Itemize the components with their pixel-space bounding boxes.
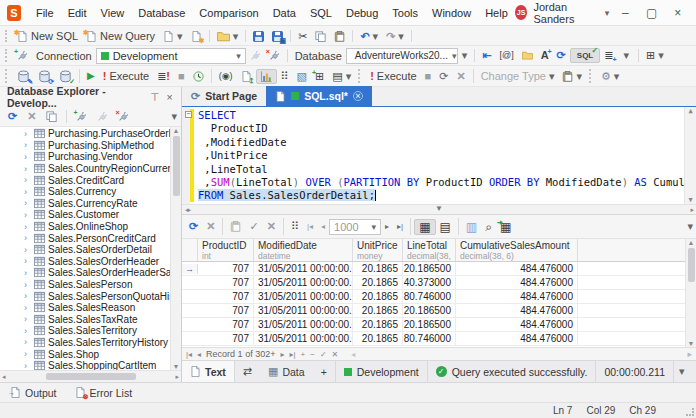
tree-item-sales.creditcard[interactable]: ›Sales.CreditCard	[0, 174, 181, 186]
cell-linetotal[interactable]: 80.746000	[403, 290, 456, 303]
tree-item-sales.shoppingcartitem[interactable]: ›Sales.ShoppingCartItem	[0, 360, 181, 370]
cell-linetotal[interactable]: 20.186500	[403, 304, 456, 317]
code-line[interactable]: ProductID	[198, 122, 682, 135]
toolbar-grip[interactable]	[589, 69, 594, 83]
tree-item-purchasing.purchaseorderh[interactable]: ›Purchasing.PurchaseOrderH	[0, 128, 181, 140]
card-view-button[interactable]: ▤	[436, 220, 455, 234]
execute-button[interactable]: !Execute	[99, 69, 153, 83]
cell-cumulativesalesamount[interactable]: 484.476000	[456, 290, 578, 303]
expand-icon[interactable]: ›	[24, 233, 31, 243]
tree-item-sales.personcreditcard[interactable]: ›Sales.PersonCreditCard	[0, 232, 181, 244]
notes-button[interactable]: ▾	[558, 70, 586, 83]
close-tab-icon[interactable]: ×	[353, 91, 363, 101]
parameters-button[interactable]: [@]	[496, 50, 518, 61]
tree-item-sales.salesorderheadersale[interactable]: ›Sales.SalesOrderHeaderSale	[0, 267, 181, 279]
toolbar-overflow-caret-icon[interactable]: ▾	[623, 50, 629, 61]
toolbar-grip[interactable]	[5, 69, 10, 83]
maximize-button[interactable]: ▢	[642, 6, 662, 20]
cell-unitprice[interactable]: 20.1865	[353, 318, 403, 331]
column-header-productid[interactable]: ProductIDint	[198, 239, 254, 261]
explorer-duplicate-button[interactable]	[42, 110, 61, 123]
menu-edit[interactable]: Edit	[61, 5, 94, 21]
expand-icon[interactable]: ›	[24, 349, 31, 359]
results-refresh-button[interactable]: ⟳	[185, 220, 202, 233]
run-button[interactable]: ▶	[83, 70, 99, 82]
menu-database[interactable]: Database	[131, 5, 192, 21]
tree-item-sales.customer[interactable]: ›Sales.Customer	[0, 209, 181, 221]
grid-vertical-scrollbar[interactable]: ▲ ▼	[685, 239, 696, 347]
cell-productid[interactable]: 707	[198, 276, 254, 289]
cell-linetotal[interactable]: 80.746000	[403, 332, 456, 345]
cell-productid[interactable]: 707	[198, 318, 254, 331]
font-size-button[interactable]: A+	[537, 49, 553, 62]
editor-horizontal-scrollbar[interactable]: ◂▸ ▼ ▸	[182, 204, 696, 214]
expand-icon[interactable]: ›	[24, 129, 31, 139]
results-cancel-button[interactable]: ✕	[202, 220, 219, 233]
table-row[interactable]: 70731/05/2011 00:00:00.00020.186520.1865…	[182, 304, 696, 318]
record-first-button[interactable]: |◂	[186, 350, 192, 359]
redo-button[interactable]: ↷▾	[382, 30, 408, 43]
query-history-button[interactable]	[189, 70, 208, 83]
tree-item-sales.salestaxrate[interactable]: ›Sales.SalesTaxRate	[0, 314, 181, 326]
record-prev-button[interactable]: ◂	[197, 350, 201, 359]
cut-button[interactable]: ✂	[294, 30, 311, 43]
explorer-connect-button[interactable]	[93, 110, 112, 123]
expand-icon[interactable]: ›	[24, 187, 31, 197]
cell-modifieddate[interactable]: 31/05/2011 00:00:00.000	[254, 332, 353, 345]
tree-item-purchasing.vendor[interactable]: ›Purchasing.Vendor	[0, 151, 181, 163]
apply-changes-button[interactable]: ✓	[245, 220, 262, 233]
menu-tools[interactable]: Tools	[385, 5, 425, 21]
cell-unitprice[interactable]: 20.1865	[353, 290, 403, 303]
new-sql-button[interactable]: ✱ New SQL	[13, 29, 82, 43]
grid-hscroll-right-icon[interactable]: ▸	[687, 349, 692, 359]
cancel-grid-button[interactable]: ✕	[452, 70, 469, 83]
fetch-all-button[interactable]: ⠿	[287, 220, 303, 233]
grid-hscroll-left-icon[interactable]: ◂	[351, 350, 355, 359]
query-profiler-button[interactable]: (◉)	[215, 71, 237, 82]
table-row[interactable]: →70731/05/2011 00:00:00.00020.186520.186…	[182, 262, 696, 276]
tree-item-sales.salesorderdetail[interactable]: ›Sales.SalesOrderDetail	[0, 244, 181, 256]
comment-lines-button[interactable]: ⇤	[478, 49, 495, 62]
discard-changes-button[interactable]: ✕	[263, 220, 280, 233]
record-commit-button[interactable]: ✓	[320, 350, 327, 359]
menu-view[interactable]: View	[94, 5, 132, 21]
tree-item-sales.shop[interactable]: ›Sales.Shop	[0, 348, 181, 360]
cell-cumulativesalesamount[interactable]: 484.476000	[456, 276, 578, 289]
code-line[interactable]: ,SUM(LineTotal) OVER (PARTITION BY Produ…	[198, 176, 682, 189]
user-avatar[interactable]: JS	[515, 5, 528, 20]
code-line[interactable]: SELECT	[198, 109, 682, 122]
cell-modifieddate[interactable]: 31/05/2011 00:00:00.000	[254, 262, 353, 275]
tab-error-list[interactable]: ⊗ Error List	[75, 387, 133, 399]
tree-item-sales.salesterritoryhistory[interactable]: ›Sales.SalesTerritoryHistory	[0, 337, 181, 349]
cell-productid[interactable]: 707	[198, 262, 254, 275]
menu-window[interactable]: Window	[425, 5, 478, 21]
copy-button[interactable]	[311, 30, 330, 43]
save-results-button[interactable]: ↥	[237, 70, 256, 83]
next-page-button[interactable]: ▸	[381, 222, 393, 232]
stop-button[interactable]: ■	[174, 70, 189, 83]
menu-file[interactable]: File	[29, 5, 61, 21]
first-page-button[interactable]: |◂	[303, 222, 317, 232]
cell-linetotal[interactable]: 20.186500	[403, 318, 456, 331]
expand-icon[interactable]: ›	[24, 164, 31, 174]
splitter-grip-icon[interactable]: ◂▸	[182, 206, 193, 214]
cell-productid[interactable]: 707	[198, 332, 254, 345]
execute-grid-button[interactable]: !Execute	[366, 69, 420, 83]
export-data-button[interactable]: ▦➜	[496, 220, 515, 234]
user-name[interactable]: Jordan Sanders	[533, 1, 598, 25]
expand-icon[interactable]: ›	[24, 268, 31, 278]
save-all-button[interactable]: ▣	[268, 30, 287, 43]
explorer-delete-button[interactable]: ✕	[23, 110, 40, 123]
save-button[interactable]	[249, 30, 268, 43]
add-snippet-button[interactable]: ≣+	[600, 49, 617, 62]
grid-view-button[interactable]: ▦	[414, 219, 435, 235]
tree-item-sales.salesorderheader[interactable]: ›Sales.SalesOrderHeader	[0, 256, 181, 268]
prev-page-button[interactable]: ◂	[317, 222, 329, 232]
expand-icon[interactable]: ›	[24, 361, 31, 370]
code-line[interactable]: ,LineTotal	[198, 163, 682, 176]
cell-cumulativesalesamount[interactable]: 484.476000	[456, 332, 578, 345]
expand-icon[interactable]: ›	[24, 245, 31, 255]
cell-modifieddate[interactable]: 31/05/2011 00:00:00.000	[254, 304, 353, 317]
cell-unitprice[interactable]: 20.1865	[353, 332, 403, 345]
fold-marker-icon[interactable]: −	[185, 111, 192, 118]
